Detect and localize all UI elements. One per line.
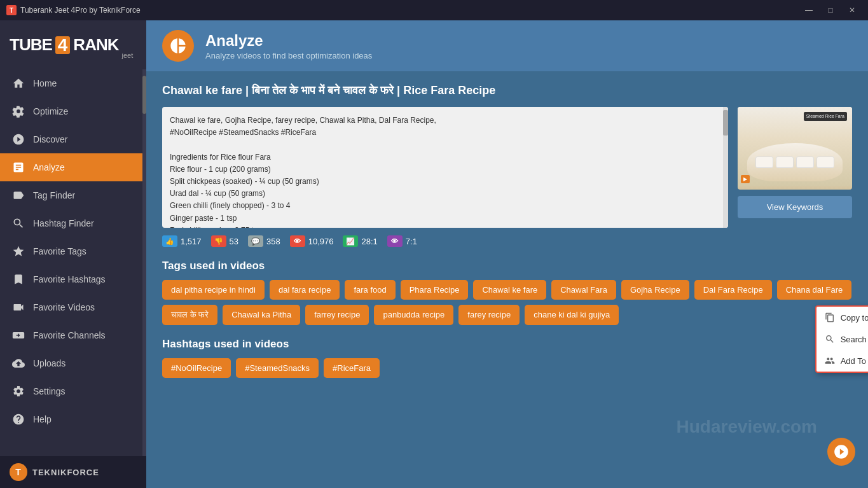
context-menu: Copy to clipboard Search this keyword: [815, 305, 868, 373]
views-icon: 👁: [290, 235, 305, 247]
desc-ingredients: Ingredients for Rice flour Fara Rice flo…: [170, 151, 713, 228]
favorite-channels-icon: [11, 328, 25, 342]
view-keywords-button[interactable]: View Keywords: [738, 196, 852, 218]
copy-label: Copy to clipboard: [841, 313, 868, 323]
tag-chawal-ka-pitha[interactable]: Chawal ka Pitha: [223, 305, 300, 325]
video-info-row: Chawal ke fare, Gojha Recipe, farey reci…: [162, 107, 852, 228]
uploads-icon: [11, 356, 25, 370]
sidebar-item-uploads[interactable]: Uploads: [0, 349, 146, 377]
hashtag-nooilrecipe[interactable]: #NoOilRecipe: [162, 358, 231, 378]
description-scrollbar-thumb: [723, 110, 728, 136]
tag-panbudda[interactable]: panbudda recipe: [374, 305, 453, 325]
main-header: Analyze Analyze videos to find best opti…: [146, 20, 868, 71]
add-group-label: Add To Group: [841, 356, 868, 366]
tag-chana-dal-fare[interactable]: Chana dal Fare Copy to clipboard: [777, 280, 852, 300]
tag-gojha-recipe[interactable]: Gojha Recipe: [621, 280, 689, 300]
tags-section-title: Tags used in videos: [162, 260, 852, 272]
settings-icon: [11, 384, 25, 398]
description-scrollbar[interactable]: [723, 107, 728, 228]
sidebar-footer: T TEKNIKFORCE: [0, 456, 146, 488]
view-ratio-icon: 👁: [387, 235, 403, 247]
tags-container: dal pitha recipe in hindi dal fara recip…: [162, 280, 852, 325]
tag-chawal-ke-fare[interactable]: Chawal ke fare: [473, 280, 546, 300]
sidebar-item-optimize[interactable]: Optimize: [0, 97, 146, 125]
title-bar-text: Tuberank Jeet 4Pro by TeknikForce: [20, 6, 141, 15]
tag-finder-icon: [11, 188, 25, 202]
context-menu-copy[interactable]: Copy to clipboard: [816, 307, 868, 328]
sidebar-item-analyze[interactable]: Analyze: [0, 153, 146, 181]
main-header-text: Analyze Analyze videos to find best opti…: [205, 32, 372, 60]
hashtag-steamedsnacks[interactable]: #SteamedSnacks: [236, 358, 319, 378]
like-ratio: 28:1: [361, 237, 377, 246]
logo-4: 4: [55, 36, 71, 54]
comments-icon: 💬: [248, 235, 263, 247]
hashtags-container: #NoOilRecipe #SteamedSnacks #RiceFara: [162, 358, 852, 378]
sidebar-item-favorite-hashtags[interactable]: Favorite Hashtags: [0, 265, 146, 293]
add-group-icon: [824, 355, 836, 366]
like-ratio-icon: 📈: [343, 235, 358, 247]
sidebar-label-tag-finder: Tag Finder: [33, 190, 75, 200]
teknikforce-logo: T TEKNIKFORCE: [10, 463, 99, 481]
analyze-header-icon: [162, 30, 194, 62]
close-button[interactable]: ✕: [843, 3, 862, 17]
tag-phara-recipe[interactable]: Phara Recipe: [401, 280, 469, 300]
hashtag-ricefara[interactable]: #RiceFara: [324, 358, 380, 378]
teknikforce-label: TEKNIKFORCE: [32, 468, 99, 477]
sidebar-label-analyze: Analyze: [33, 162, 65, 172]
maximize-button[interactable]: □: [821, 3, 840, 17]
tag-chawal-hindi[interactable]: चावल के फरे: [162, 305, 217, 325]
logo-tube: TUBE: [10, 35, 52, 55]
sidebar-label-uploads: Uploads: [33, 358, 65, 368]
favorite-tags-icon: [11, 244, 25, 258]
thumbnail-visual: Steamed Rice Fara ▶: [738, 107, 852, 190]
minimize-button[interactable]: —: [799, 3, 818, 17]
tag-chawal-fara[interactable]: Chawal Fara: [551, 280, 616, 300]
sidebar: TUBE 4 RANK jeet Home Optimize: [0, 20, 146, 488]
tag-chane-ki-dal[interactable]: chane ki dal ki gujiya: [525, 305, 619, 325]
sidebar-label-favorite-tags: Favorite Tags: [33, 246, 86, 256]
sidebar-item-help[interactable]: Help: [0, 405, 146, 433]
tag-fara-food[interactable]: fara food: [345, 280, 395, 300]
favorite-videos-icon: [11, 300, 25, 314]
tag-dal-fara-recipe[interactable]: Dal Fara Recipe: [694, 280, 772, 300]
video-thumbnail: Steamed Rice Fara ▶ View Keywords: [738, 107, 852, 228]
sidebar-label-settings: Settings: [33, 386, 65, 396]
search-context-icon: [824, 333, 836, 345]
sidebar-label-favorite-videos: Favorite Videos: [33, 302, 95, 312]
help-icon: [11, 412, 25, 426]
sidebar-item-hashtag-finder[interactable]: Hashtag Finder: [0, 209, 146, 237]
teknikforce-icon: T: [10, 463, 27, 481]
stat-like-ratio: 📈 28:1: [343, 235, 377, 247]
sidebar-label-favorite-channels: Favorite Channels: [33, 330, 106, 340]
thumbnail-badge: ▶: [741, 175, 750, 183]
sidebar-item-discover[interactable]: Discover: [0, 125, 146, 153]
main-content: Analyze Analyze videos to find best opti…: [146, 20, 868, 488]
sidebar-label-help: Help: [33, 414, 52, 424]
tag-dal-fara[interactable]: dal fara recipe: [270, 280, 340, 300]
app-icon: T: [6, 5, 17, 15]
copy-icon: [824, 312, 836, 323]
tag-dal-pitha[interactable]: dal pitha recipe in hindi: [162, 280, 265, 300]
tag-farrey-recipe[interactable]: farrey recipe: [305, 305, 369, 325]
sidebar-item-tag-finder[interactable]: Tag Finder: [0, 181, 146, 209]
sidebar-item-favorite-tags[interactable]: Favorite Tags: [0, 237, 146, 265]
sidebar-item-favorite-channels[interactable]: Favorite Channels: [0, 321, 146, 349]
sidebar-item-settings[interactable]: Settings: [0, 377, 146, 405]
sidebar-scrollbar[interactable]: [142, 69, 146, 456]
tag-farey-recipe[interactable]: farey recipe: [458, 305, 520, 325]
page-subtitle: Analyze videos to find best optimization…: [205, 51, 372, 60]
thumbnail-image: Steamed Rice Fara ▶: [738, 107, 852, 190]
sidebar-item-home[interactable]: Home: [0, 69, 146, 97]
optimize-icon: [11, 104, 25, 118]
sidebar-label-discover: Discover: [33, 134, 67, 144]
context-menu-group[interactable]: Add To Group: [816, 350, 868, 372]
sidebar-item-favorite-videos[interactable]: Favorite Videos: [0, 293, 146, 321]
dislikes-count: 53: [230, 237, 238, 246]
sidebar-label-home: Home: [33, 78, 57, 88]
sidebar-nav: Home Optimize Discover Analyze: [0, 69, 146, 456]
context-menu-search[interactable]: Search this keyword: [816, 328, 868, 350]
discover-icon: [11, 132, 25, 146]
title-bar: T Tuberank Jeet 4Pro by TeknikForce — □ …: [0, 0, 868, 20]
bottom-right-logo: [827, 438, 855, 466]
page-title: Analyze: [205, 32, 372, 50]
